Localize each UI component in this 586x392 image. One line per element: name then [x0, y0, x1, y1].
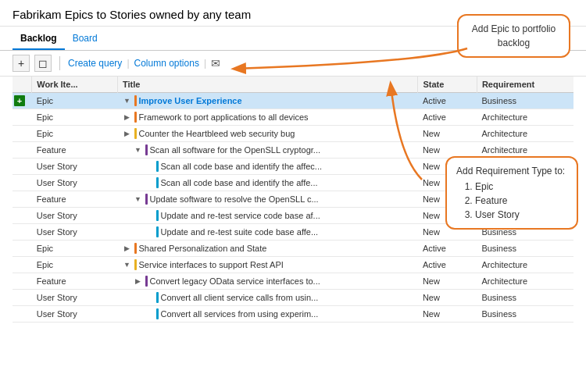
- tab-backlog[interactable]: Backlog: [13, 30, 65, 50]
- th-workitem[interactable]: Work Ite...: [32, 77, 118, 93]
- backlog-table: Work Ite... Title State Requirement +Epi…: [13, 77, 573, 323]
- row-color-indicator: [145, 276, 148, 287]
- row-color-indicator: [145, 144, 148, 155]
- table-row[interactable]: Epic▶Shared Personalization and StateAct…: [13, 241, 573, 257]
- row-requirement: Business: [477, 306, 573, 323]
- add-backlog-button[interactable]: +: [13, 55, 30, 72]
- row-title-text: Scan all code base and identify the affe…: [161, 162, 323, 171]
- row-title-cell[interactable]: Update and re-test suite code base affe.…: [118, 224, 418, 241]
- row-title-text: Counter the Heartbleed web security bug: [139, 129, 295, 138]
- row-workitem-type: User Story: [32, 175, 118, 191]
- table-row[interactable]: Epic▶Counter the Heartbleed web security…: [13, 126, 573, 142]
- row-add-cell: [13, 109, 32, 126]
- row-requirement: Business: [477, 159, 573, 175]
- table-body: +Epic▼Improve User ExperienceActiveBusin…: [13, 93, 573, 323]
- row-color-indicator: [156, 308, 159, 319]
- toolbar: + ◻ Create query | Column options | ✉: [0, 51, 586, 77]
- row-add-cell: [13, 241, 32, 257]
- row-workitem-type: User Story: [32, 224, 118, 241]
- page-title: Fabrikam Epics to Stories owned by any t…: [13, 8, 251, 21]
- table-row[interactable]: Feature▼Scan all software for the OpenSL…: [13, 142, 573, 159]
- create-query-link[interactable]: Create query: [68, 58, 122, 69]
- row-add-cell: [13, 126, 32, 142]
- row-title-cell[interactable]: ▼Improve User Experience: [118, 93, 418, 109]
- th-requirement[interactable]: Requirement: [477, 77, 573, 93]
- row-title-cell[interactable]: Convert all services from using experim.…: [118, 306, 418, 323]
- row-color-indicator: [134, 128, 137, 139]
- table-row[interactable]: User StoryUpdate and re-test suite code …: [13, 224, 573, 241]
- tabs-bar: Backlog Board: [0, 27, 586, 51]
- row-state: New: [418, 175, 477, 191]
- row-state: New: [418, 142, 477, 159]
- row-requirement: Business: [477, 290, 573, 306]
- table-row[interactable]: Epic▼Service interfaces to support Rest …: [13, 257, 573, 273]
- row-title-text: Framework to port applications to all de…: [139, 112, 309, 122]
- row-expand-button[interactable]: ▶: [123, 129, 132, 138]
- table-header-row: Work Ite... Title State Requirement: [13, 77, 573, 93]
- table-row[interactable]: User StoryScan all code base and identif…: [13, 159, 573, 175]
- row-expand-button[interactable]: ▶: [134, 276, 143, 286]
- row-workitem-type: Epic: [32, 241, 118, 257]
- row-title-cell[interactable]: Scan all code base and identify the affe…: [118, 175, 418, 191]
- row-state: New: [418, 224, 477, 241]
- table-row[interactable]: +Epic▼Improve User ExperienceActiveBusin…: [13, 93, 573, 109]
- row-color-indicator: [156, 210, 159, 221]
- row-title-cell[interactable]: ▼Update software to resolve the OpenSLL …: [118, 191, 418, 208]
- row-title-cell[interactable]: ▶Counter the Heartbleed web security bug: [118, 126, 418, 142]
- tab-board[interactable]: Board: [65, 30, 105, 50]
- row-add-button[interactable]: +: [14, 95, 25, 106]
- th-add: [13, 77, 32, 93]
- row-workitem-type: Feature: [32, 142, 118, 159]
- row-title-cell[interactable]: ▶Framework to port applications to all d…: [118, 109, 418, 126]
- row-title-cell[interactable]: ▶Convert legacy OData service interfaces…: [118, 273, 418, 290]
- row-state: Active: [418, 109, 477, 126]
- row-title-text: Convert all services from using experim.…: [161, 309, 319, 319]
- row-workitem-type: Epic: [32, 109, 118, 126]
- table-row[interactable]: User StoryConvert all services from usin…: [13, 306, 573, 323]
- row-title-cell[interactable]: Convert all client service calls from us…: [118, 290, 418, 306]
- table-row[interactable]: User StoryScan all code base and identif…: [13, 175, 573, 191]
- row-color-indicator: [134, 243, 137, 254]
- row-state: New: [418, 290, 477, 306]
- table-row[interactable]: User StoryUpdate and re-test service cod…: [13, 208, 573, 224]
- th-title[interactable]: Title: [118, 77, 418, 93]
- app-wrapper: Fabrikam Epics to Stories owned by any t…: [0, 0, 586, 323]
- row-color-indicator: [134, 112, 137, 123]
- row-color-indicator: [156, 177, 159, 188]
- row-workitem-type: Epic: [32, 93, 118, 109]
- row-add-cell: [13, 306, 32, 323]
- row-workitem-type: User Story: [32, 159, 118, 175]
- row-title-text: Update and re-test suite code base affe.…: [161, 227, 319, 237]
- table-row[interactable]: Feature▼Update software to resolve the O…: [13, 191, 573, 208]
- table-row[interactable]: Epic▶Framework to port applications to a…: [13, 109, 573, 126]
- page-header: Fabrikam Epics to Stories owned by any t…: [0, 0, 586, 27]
- row-title-text: Service interfaces to support Rest API: [139, 260, 284, 269]
- row-expand-button[interactable]: ▶: [123, 112, 132, 122]
- th-state[interactable]: State: [418, 77, 477, 93]
- row-title-cell[interactable]: Update and re-test service code base af.…: [118, 208, 418, 224]
- row-title-cell[interactable]: ▼Scan all software for the OpenSLL crypt…: [118, 142, 418, 159]
- row-state: New: [418, 126, 477, 142]
- table-row[interactable]: Feature▶Convert legacy OData service int…: [13, 273, 573, 290]
- row-title-cell[interactable]: Scan all code base and identify the affe…: [118, 159, 418, 175]
- row-expand-button[interactable]: ▶: [123, 244, 132, 253]
- row-title-cell[interactable]: ▶Shared Personalization and State: [118, 241, 418, 257]
- toolbar-pipe-1: |: [127, 58, 129, 69]
- mail-icon[interactable]: ✉: [211, 57, 220, 69]
- row-workitem-type: Feature: [32, 273, 118, 290]
- row-state: Active: [418, 241, 477, 257]
- row-state: Active: [418, 93, 477, 109]
- row-expand-button[interactable]: ▼: [134, 145, 143, 155]
- row-workitem-type: Feature: [32, 191, 118, 208]
- row-add-cell: [13, 191, 32, 208]
- row-expand-button[interactable]: ▼: [123, 96, 132, 105]
- row-requirement: Business: [477, 175, 573, 191]
- table-row[interactable]: User StoryConvert all client service cal…: [13, 290, 573, 306]
- row-color-indicator: [156, 292, 159, 303]
- collapse-button[interactable]: ◻: [34, 55, 52, 72]
- row-expand-button[interactable]: ▼: [134, 194, 143, 204]
- backlog-table-area: Work Ite... Title State Requirement +Epi…: [0, 77, 586, 323]
- row-title-cell[interactable]: ▼Service interfaces to support Rest API: [118, 257, 418, 273]
- row-expand-button[interactable]: ▼: [123, 260, 132, 269]
- column-options-link[interactable]: Column options: [134, 58, 199, 69]
